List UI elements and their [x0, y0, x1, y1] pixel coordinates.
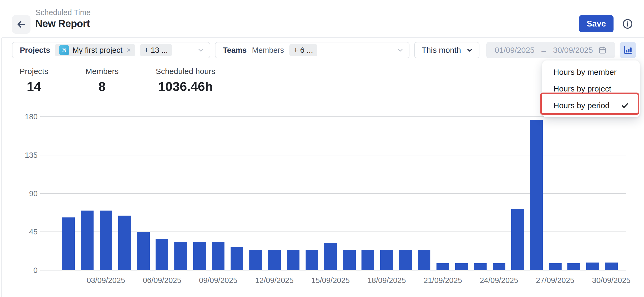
menu-item-label: Hours by period: [553, 101, 610, 110]
bar-15/09/2025: [324, 243, 337, 270]
chevron-down-icon: [466, 47, 473, 54]
project-chip-label: My first project: [72, 46, 122, 55]
teams-filter-label: Teams: [223, 46, 247, 55]
projects-filter[interactable]: Projects ✈ My first project × + 13 ...: [12, 42, 210, 58]
bar-25/09/2025: [511, 209, 524, 270]
y-axis-tick-label: 135: [16, 151, 38, 159]
bar-09/09/2025: [212, 242, 224, 270]
bar-02/09/2025: [81, 211, 94, 270]
arrow-left-icon: [16, 19, 26, 29]
page-title: New Report: [35, 18, 90, 29]
save-button[interactable]: Save: [579, 15, 614, 32]
projects-more-chip[interactable]: + 13 ...: [140, 44, 172, 56]
breadcrumb: Scheduled Time: [36, 8, 91, 17]
date-preset-value: This month: [422, 46, 461, 55]
stat-value: 1036.46h: [151, 79, 220, 94]
teams-more-chip[interactable]: + 6 ...: [289, 44, 317, 56]
date-range-field[interactable]: 01/09/2025 → 30/09/2025: [486, 42, 615, 58]
start-date-value[interactable]: 01/09/2025: [495, 46, 535, 55]
bar-21/09/2025: [436, 263, 449, 270]
menu-item-label: Hours by member: [553, 68, 616, 77]
bar-19/09/2025: [399, 250, 412, 270]
project-chip[interactable]: ✈ My first project ×: [55, 44, 135, 56]
bar-03/09/2025: [100, 211, 112, 270]
bar-18/09/2025: [380, 250, 393, 270]
y-axis-tick-label: 0: [16, 266, 38, 275]
checkmark-icon: [621, 101, 629, 110]
bar-27/09/2025: [549, 263, 562, 270]
stat-label: Scheduled hours: [151, 67, 220, 76]
projects-filter-label: Projects: [20, 46, 50, 55]
bar-10/09/2025: [231, 247, 243, 270]
x-axis-tick-label: 03/09/2025: [87, 276, 125, 285]
bar-23/09/2025: [474, 263, 487, 270]
bar-28/09/2025: [567, 263, 580, 270]
bar-05/09/2025: [137, 232, 150, 270]
chart-type-menu: Hours by memberHours by projectHours by …: [542, 60, 640, 117]
bar-11/09/2025: [249, 250, 262, 270]
project-avatar-airplane-icon: ✈: [59, 45, 69, 55]
end-date-value[interactable]: 30/09/2025: [553, 46, 593, 55]
y-axis-tick-label: 180: [16, 112, 38, 121]
bar-20/09/2025: [418, 250, 430, 270]
x-axis-tick-label: 15/09/2025: [311, 276, 350, 285]
x-axis-tick-label: 09/09/2025: [199, 276, 237, 285]
bar-22/09/2025: [455, 263, 468, 270]
arrow-right-icon: →: [540, 46, 548, 55]
stat-scheduled-hours: Scheduled hours 1036.46h: [151, 67, 220, 94]
menu-item-hours-by-period[interactable]: Hours by period: [542, 97, 640, 114]
date-preset-select[interactable]: This month: [414, 42, 479, 58]
bar-13/09/2025: [287, 250, 299, 270]
bar-26/09/2025: [530, 120, 543, 270]
bar-14/09/2025: [306, 250, 318, 270]
bar-chart-icon: [623, 45, 633, 55]
bar-07/09/2025: [174, 242, 187, 270]
stat-members: Members 8: [85, 67, 119, 94]
bar-01/09/2025: [62, 217, 75, 270]
bar-04/09/2025: [118, 216, 131, 270]
stat-label: Projects: [15, 67, 52, 76]
calendar-icon[interactable]: [598, 46, 607, 54]
bar-29/09/2025: [586, 263, 599, 270]
x-axis-tick-label: 06/09/2025: [143, 276, 181, 285]
bar-24/09/2025: [493, 263, 505, 270]
bar-08/09/2025: [193, 242, 206, 270]
back-button[interactable]: [12, 15, 30, 34]
info-icon[interactable]: [622, 18, 633, 29]
stat-projects: Projects 14: [15, 67, 52, 94]
menu-item-hours-by-project[interactable]: Hours by project: [542, 80, 640, 97]
bar-30/09/2025: [605, 263, 618, 270]
teams-filter[interactable]: Teams Members + 6 ...: [215, 42, 409, 58]
bar-06/09/2025: [156, 239, 168, 270]
menu-item-hours-by-member[interactable]: Hours by member: [542, 64, 640, 80]
hours-by-period-chart: 0459013518003/09/202506/09/202509/09/202…: [16, 113, 633, 296]
x-axis-tick-label: 21/09/2025: [424, 276, 462, 285]
bar-12/09/2025: [268, 250, 281, 270]
x-axis-tick-label: 18/09/2025: [367, 276, 406, 285]
y-axis-tick-label: 90: [16, 189, 38, 198]
chevron-down-icon[interactable]: [396, 46, 404, 54]
x-axis-tick-label: 12/09/2025: [255, 276, 294, 285]
y-axis-tick-label: 45: [16, 228, 38, 236]
x-axis-tick-label: 24/09/2025: [480, 276, 518, 285]
remove-project-icon[interactable]: ×: [127, 46, 131, 54]
stat-value: 8: [85, 79, 119, 94]
content-left-border: [1, 38, 2, 297]
x-axis-tick-label: 30/09/2025: [592, 276, 630, 285]
menu-item-label: Hours by project: [553, 84, 611, 93]
bar-17/09/2025: [361, 250, 374, 270]
gridline-180: [40, 116, 626, 117]
chart-type-button[interactable]: [620, 42, 636, 58]
chevron-down-icon[interactable]: [197, 46, 205, 54]
stat-label: Members: [85, 67, 119, 76]
stat-value: 14: [15, 79, 52, 94]
x-axis-tick-label: 27/09/2025: [536, 276, 574, 285]
bar-16/09/2025: [343, 250, 356, 270]
header-divider: [2, 37, 644, 38]
teams-members-label[interactable]: Members: [252, 46, 284, 55]
